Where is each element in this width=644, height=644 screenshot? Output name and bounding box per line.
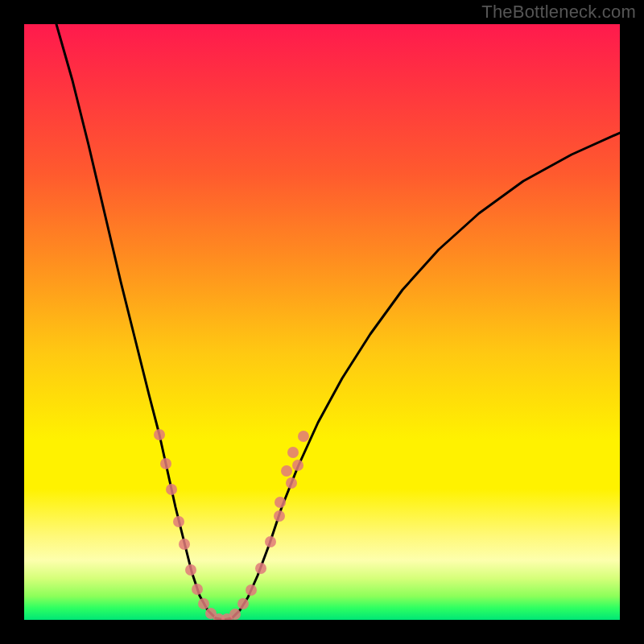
marker-dot (255, 563, 266, 574)
marker-dot (173, 516, 184, 527)
marker-dot (198, 598, 209, 609)
marker-dot (246, 584, 257, 596)
marker-dot (237, 598, 249, 609)
marker-dot (192, 584, 203, 595)
marker-dot (286, 477, 297, 489)
marker-dot (274, 510, 285, 522)
marker-dot (185, 564, 196, 576)
marker-dot (265, 536, 276, 547)
marker-dot (281, 465, 292, 477)
plot-area (24, 24, 620, 620)
marker-dot (298, 431, 309, 442)
marker-dot (179, 539, 190, 550)
marker-dot (275, 497, 286, 508)
watermark-text: TheBottleneck.com (481, 2, 636, 23)
chart-frame: TheBottleneck.com (0, 0, 644, 644)
marker-dot (154, 429, 165, 440)
curve-svg (24, 24, 620, 620)
curve-right_branch (224, 133, 620, 620)
curve-left_branch (56, 24, 224, 620)
curve-lines (56, 24, 620, 620)
marker-dot (229, 609, 241, 620)
marker-dot (160, 458, 171, 469)
scatter-markers (154, 429, 309, 620)
marker-dot (292, 460, 303, 471)
marker-dot (287, 447, 299, 458)
marker-dot (166, 484, 177, 495)
